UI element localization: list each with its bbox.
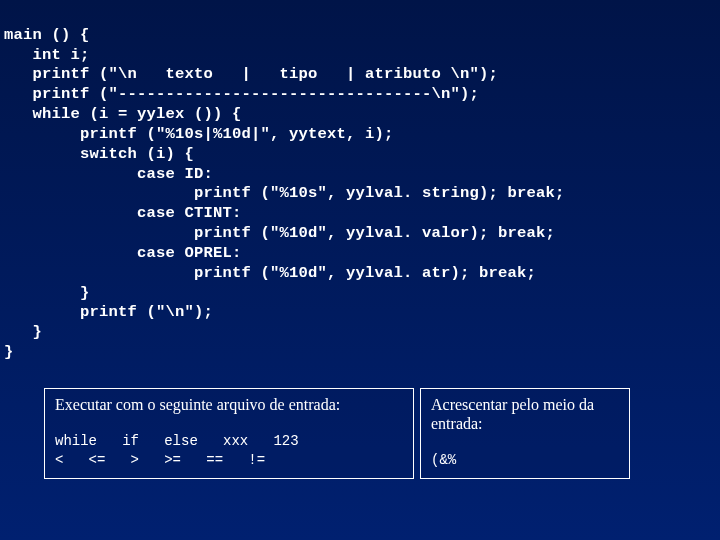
code-line: printf ("\n texto | tipo | atributo \n")…	[4, 65, 498, 83]
code-line: int i;	[4, 46, 90, 64]
code-block: main () { int i; printf ("\n texto | tip…	[0, 0, 720, 363]
input-file-box: Executar com o seguinte arquivo de entra…	[44, 388, 414, 479]
code-line: printf ("%10s|%10d|", yytext, i);	[4, 125, 394, 143]
code-line: case CTINT:	[4, 204, 242, 222]
code-line: printf ("-------------------------------…	[4, 85, 479, 103]
code-line: }	[4, 343, 14, 361]
code-line: printf ("\n");	[4, 303, 213, 321]
insert-content: (&%	[431, 451, 619, 470]
code-line: printf ("%10s", yylval. string); break;	[4, 184, 565, 202]
code-line: }	[4, 284, 90, 302]
code-line: switch (i) {	[4, 145, 194, 163]
insert-title: Acrescentar pelo meio da entrada:	[431, 395, 619, 433]
code-line: printf ("%10d", yylval. atr); break;	[4, 264, 536, 282]
insert-box: Acrescentar pelo meio da entrada: (&%	[420, 388, 630, 479]
code-line: main () {	[4, 26, 90, 44]
input-file-content: while if else xxx 123 < <= > >= == !=	[55, 432, 403, 470]
info-boxes: Executar com o seguinte arquivo de entra…	[44, 388, 630, 479]
code-line: case ID:	[4, 165, 213, 183]
code-line: }	[4, 323, 42, 341]
code-line: while (i = yylex ()) {	[4, 105, 242, 123]
code-line: case OPREL:	[4, 244, 242, 262]
input-file-title: Executar com o seguinte arquivo de entra…	[55, 395, 403, 414]
code-line: printf ("%10d", yylval. valor); break;	[4, 224, 555, 242]
